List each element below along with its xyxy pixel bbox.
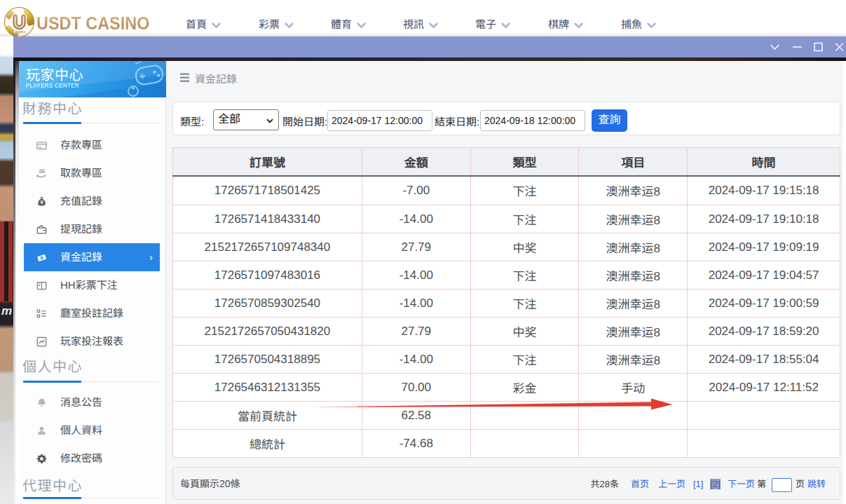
svg-text:¥: ¥	[41, 200, 43, 205]
